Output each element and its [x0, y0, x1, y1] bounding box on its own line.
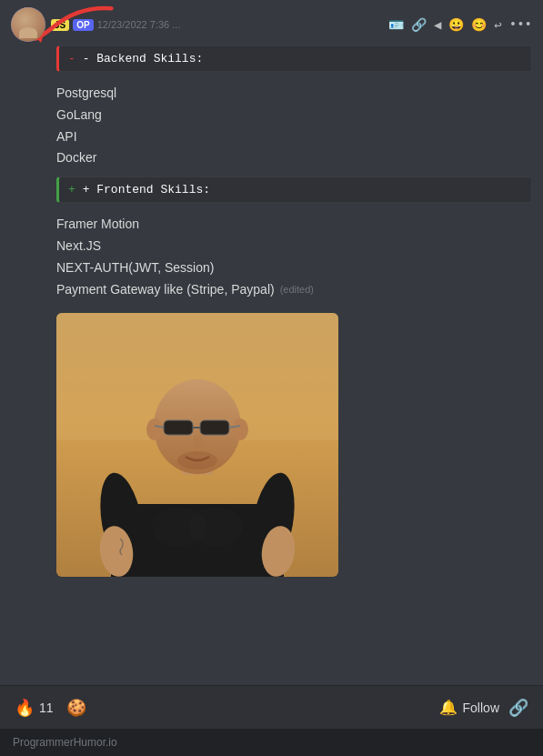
id-icon[interactable]: 🪪 [388, 17, 404, 33]
frontend-label: + Frontend Skills: [83, 183, 210, 197]
skill-docker: Docker [56, 147, 532, 169]
plus-symbol: + [68, 183, 75, 197]
fire-emoji: 🔥 [15, 698, 35, 718]
header-icons: 🪪 🔗 ◀ 😀 😊 ↩ ••• [388, 17, 532, 33]
emoji-smile-icon[interactable]: 😀 [448, 17, 464, 33]
frontend-skills-list: Framer Motion Next.JS NEXT-AUTH(JWT, Ses… [56, 212, 532, 307]
more-options-icon[interactable]: ••• [509, 17, 532, 32]
avatar [11, 7, 45, 42]
follow-button[interactable]: 🔔 Follow [439, 699, 499, 716]
emoji-wink-icon[interactable]: 😊 [471, 17, 487, 33]
message-body: - - Backend Skills: Postgresql GoLang AP… [11, 45, 532, 577]
bottom-action-bar: 🔥 11 🍪 🔔 Follow 🔗 [0, 685, 543, 729]
svg-point-12 [232, 418, 248, 440]
skill-framer-motion: Framer Motion [56, 214, 532, 236]
skill-api: API [56, 126, 532, 148]
reply-icon[interactable]: ↩ [494, 17, 501, 33]
attached-image[interactable] [56, 313, 338, 577]
share-link-icon[interactable]: 🔗 [508, 698, 528, 718]
message-container: JS OP 12/23/2022 7:36 ... 🪪 🔗 ◀ 😀 😊 ↩ ••… [0, 0, 543, 577]
link-header-icon[interactable]: 🔗 [411, 17, 427, 33]
avatar-image [11, 7, 45, 42]
svg-rect-14 [200, 420, 229, 435]
follow-label: Follow [463, 701, 499, 715]
skill-nextjs: Next.JS [56, 236, 532, 257]
edited-label: (edited) [280, 281, 314, 298]
fire-reaction[interactable]: 🔥 11 [15, 698, 54, 718]
footer-bar: ProgrammerHumor.io [0, 729, 543, 756]
svg-point-11 [146, 418, 163, 440]
backend-skills-list: Postgresql GoLang API Docker [56, 81, 532, 176]
svg-rect-13 [164, 420, 193, 435]
svg-point-20 [177, 451, 217, 469]
cookie-reaction[interactable]: 🍪 [66, 698, 86, 718]
backend-label: - Backend Skills: [83, 52, 204, 66]
cookie-emoji: 🍪 [66, 700, 86, 718]
fire-count: 11 [39, 701, 54, 715]
bell-icon: 🔔 [439, 699, 458, 716]
frontend-skills-block: + + Frontend Skills: [56, 176, 532, 203]
svg-point-22 [188, 507, 243, 547]
skill-nextauth: NEXT-AUTH(JWT, Session) [56, 257, 532, 279]
reactions-area: 🔥 11 🍪 [15, 698, 86, 718]
skill-golang: GoLang [56, 105, 532, 126]
minus-symbol: - [68, 52, 75, 66]
skill-postgresql: Postgresql [56, 83, 532, 105]
right-actions: 🔔 Follow 🔗 [439, 698, 528, 718]
footer-text: ProgrammerHumor.io [13, 736, 117, 749]
skill-payment: Payment Gateway like (Stripe, Paypal) [56, 279, 275, 301]
backend-skills-block: - - Backend Skills: [56, 45, 532, 72]
person-image-visual [56, 313, 338, 577]
arrow-left-icon[interactable]: ◀ [434, 17, 441, 33]
